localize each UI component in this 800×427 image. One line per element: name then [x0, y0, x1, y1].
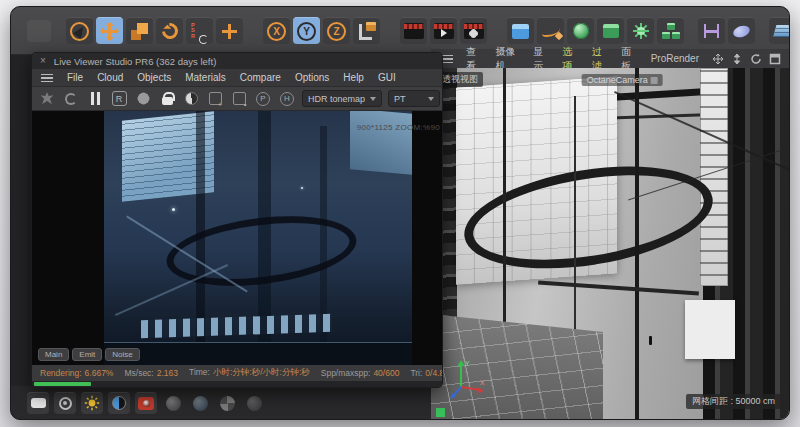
spline-divider-button[interactable] [698, 17, 725, 44]
target-icon [59, 397, 72, 410]
octane-logo-button[interactable] [38, 90, 56, 108]
lv-menu-file[interactable]: File [67, 72, 83, 83]
live-viewer-canvas[interactable]: 900*1125 ZOOM:%90 Main Emit Noise [32, 111, 442, 365]
lv-settings-button[interactable] [134, 90, 152, 108]
status-ms-sec: Ms/sec:2.163 [124, 368, 178, 378]
viewport-scene[interactable]: 透视视图 OctaneCamera 网格间距 : 50000 cm Y X [431, 68, 789, 419]
y-axis-lock-button[interactable]: Y [293, 17, 320, 44]
lv-menu-help[interactable]: Help [343, 72, 364, 83]
kernel-dropdown[interactable]: PT [388, 90, 440, 107]
toggle-view-icon[interactable] [769, 53, 781, 65]
app-icon [25, 17, 52, 44]
live-selection-tool-button[interactable] [66, 17, 93, 44]
deformer-button[interactable] [627, 17, 654, 44]
background-button[interactable] [27, 392, 49, 414]
rotate-icon [158, 20, 181, 43]
render-picture-viewer-button[interactable] [430, 17, 457, 44]
region-render-button[interactable]: R [110, 90, 128, 108]
pause-render-button[interactable] [86, 90, 104, 108]
render-view-button[interactable] [400, 17, 427, 44]
target-button[interactable] [54, 392, 76, 414]
lock-resolution-button[interactable] [158, 90, 176, 108]
render-settings-icon [464, 23, 484, 39]
render-glow-dot-2 [301, 187, 303, 189]
material-mix-button[interactable] [216, 392, 238, 414]
add-cube-button[interactable] [507, 17, 534, 44]
refresh-icon [65, 93, 77, 105]
hdri-environment-button[interactable] [108, 392, 130, 414]
render-bright-right [350, 111, 412, 175]
send-picture-viewer-button[interactable] [206, 90, 224, 108]
tab-emit[interactable]: Emit [72, 348, 102, 361]
last-tool-psr-button[interactable]: PSR [186, 17, 213, 44]
psr-icon: PSR [191, 23, 197, 40]
faded-sphere-icon [247, 396, 262, 411]
octane-live-viewer-window: × Live Viewer Studio PR6 (362 days left)… [31, 52, 443, 388]
generator-cube-button[interactable] [597, 17, 624, 44]
pause-icon [91, 92, 100, 105]
render-slate-icon [404, 23, 424, 39]
viewport-view-label[interactable]: 透视视图 [437, 72, 483, 87]
live-viewer-menubar: File Cloud Objects Materials Compare Opt… [32, 69, 442, 87]
viewport-camera-label[interactable]: OctaneCamera [582, 74, 663, 86]
lv-menu-gui[interactable]: GUI [378, 72, 396, 83]
select-arrow-icon [70, 22, 89, 41]
live-viewer-titlebar[interactable]: × Live Viewer Studio PR6 (362 days left) [32, 53, 442, 69]
tab-main[interactable]: Main [38, 348, 69, 361]
rotate-view-icon[interactable] [750, 53, 762, 65]
rotate-tool-button[interactable] [156, 17, 183, 44]
cloner-button[interactable] [657, 17, 684, 44]
cloner-cubes-icon [662, 23, 680, 39]
render-status-bar: Rendering:6.667% Ms/sec:2.163 Time:小时:分钟… [32, 365, 442, 381]
refresh-mini-icon [199, 35, 208, 44]
floor-button[interactable] [769, 17, 790, 44]
cinema4d-window: PSR X Y Z [10, 6, 790, 420]
lv-menu-materials[interactable]: Materials [185, 72, 226, 83]
render-settings-button[interactable] [460, 17, 487, 44]
passes-icon [233, 92, 246, 105]
octane-camera-button[interactable] [135, 392, 157, 414]
sun-icon [84, 395, 100, 411]
deformer-star-icon [633, 23, 649, 39]
restart-render-button[interactable] [62, 90, 80, 108]
z-axis-lock-button[interactable]: Z [323, 17, 350, 44]
export-plus-icon [209, 92, 222, 105]
material-glossy-button[interactable] [189, 392, 211, 414]
blue-sphere-icon [193, 396, 208, 411]
z-axis-icon: Z [327, 22, 346, 41]
live-viewer-menu-icon[interactable] [41, 74, 53, 82]
lv-menu-options[interactable]: Options [295, 72, 329, 83]
axis-tool-button[interactable] [216, 17, 243, 44]
tonemap-dropdown[interactable]: HDR tonemap [302, 90, 382, 107]
status-tri: Tri:0/4.803m [410, 368, 442, 378]
lv-menu-objects[interactable]: Objects [137, 72, 171, 83]
scene-pole-3 [635, 68, 639, 419]
lv-menu-compare[interactable]: Compare [240, 72, 281, 83]
subdivision-surface-button[interactable] [567, 17, 594, 44]
scale-tool-button[interactable] [126, 17, 153, 44]
dolly-view-icon[interactable] [731, 53, 743, 65]
cube-icon [512, 24, 529, 39]
region-r-icon: R [112, 91, 127, 106]
scene-tower-windows [700, 68, 729, 286]
tab-noise[interactable]: Noise [105, 348, 139, 361]
viewport-nav-icons [712, 53, 781, 65]
metaball-button[interactable] [728, 17, 755, 44]
material-specular-button[interactable] [243, 392, 265, 414]
x-axis-lock-button[interactable]: X [263, 17, 290, 44]
desktop: PSR X Y Z [0, 0, 800, 427]
pan-view-icon[interactable] [712, 53, 724, 65]
blob-icon [732, 23, 752, 39]
material-picker-button[interactable]: H [278, 90, 296, 108]
close-icon[interactable]: × [40, 56, 46, 66]
daylight-button[interactable] [81, 392, 103, 414]
clay-mode-button[interactable] [182, 90, 200, 108]
material-diffuse-button[interactable] [162, 392, 184, 414]
viewport-menu-prorender[interactable]: ProRender [651, 53, 699, 64]
focus-picker-button[interactable]: P [254, 90, 272, 108]
lv-menu-cloud[interactable]: Cloud [97, 72, 123, 83]
move-tool-button[interactable] [96, 17, 123, 44]
spline-pen-button[interactable] [537, 17, 564, 44]
coordinate-system-button[interactable] [353, 17, 380, 44]
render-passes-button[interactable] [230, 90, 248, 108]
